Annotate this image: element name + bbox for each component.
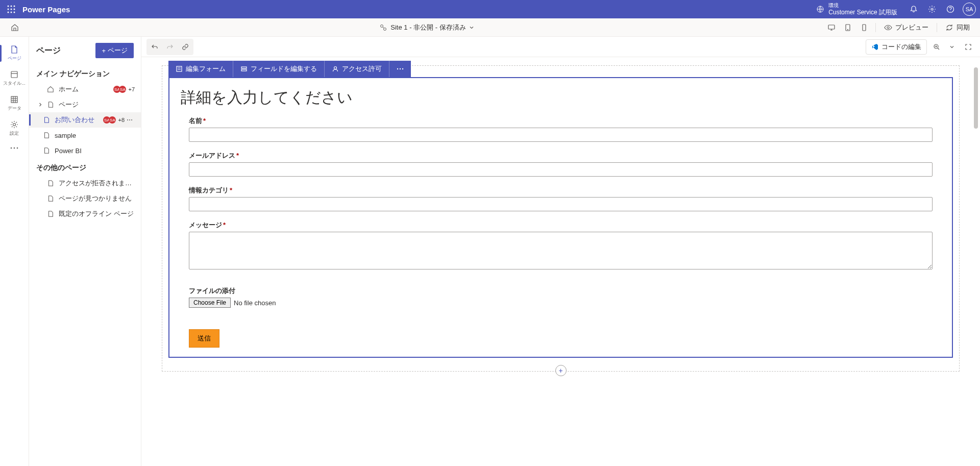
site-breadcrumb[interactable]: Site 1 - 非公開 - 保存済み (29, 23, 824, 32)
redo-icon (166, 43, 174, 51)
sync-button[interactable]: 同期 (941, 20, 974, 35)
help-icon (946, 5, 954, 13)
nav-home-label: ホーム (59, 85, 113, 94)
nav-item-more[interactable] (125, 119, 135, 121)
app-launcher-icon[interactable] (4, 2, 18, 16)
nav-pages-label: ページ (59, 100, 135, 109)
name-label: 名前* (189, 116, 933, 126)
rail-settings[interactable]: 設定 (0, 116, 29, 141)
nav-pages[interactable]: ページ (29, 97, 141, 112)
svg-rect-20 (11, 96, 17, 103)
nav-contact-label: お問い合わせ (55, 115, 103, 125)
preview-label: プレビュー (895, 23, 928, 32)
edit-form-label: 編集フォーム (186, 64, 226, 73)
zoom-dropdown[interactable] (945, 40, 959, 54)
notifications-button[interactable] (905, 1, 922, 17)
svg-point-35 (402, 68, 403, 69)
page-container: 編集フォーム フィールドを編集する アクセス許可 詳細を入力し (162, 65, 960, 372)
svg-point-23 (14, 148, 15, 149)
main-nav-label: メイン ナビゲーション (29, 64, 141, 82)
sync-icon (945, 23, 953, 32)
svg-point-16 (848, 29, 848, 30)
user-avatar[interactable]: SA (963, 3, 976, 16)
form-more-button[interactable] (389, 61, 411, 77)
category-label: 情報カテゴリ* (189, 186, 933, 195)
tablet-view-button[interactable] (841, 20, 855, 35)
nav-contact[interactable]: お問い合わせ SASA +8 (29, 112, 141, 128)
svg-point-22 (11, 148, 12, 149)
rail-more[interactable] (0, 143, 29, 153)
edit-fields-button[interactable]: フィールドを編集する (233, 61, 325, 77)
tablet-icon (844, 23, 852, 32)
home-button[interactable] (8, 20, 22, 35)
env-name: Customer Service 試用版 (828, 9, 897, 16)
svg-rect-17 (863, 24, 866, 31)
environment-picker[interactable]: 環境 Customer Service 試用版 (810, 3, 903, 16)
access-button[interactable]: アクセス許可 (325, 61, 389, 77)
svg-point-5 (14, 9, 15, 10)
svg-point-3 (8, 9, 9, 10)
rail-pages[interactable]: ページ (0, 41, 29, 66)
redo-button[interactable] (163, 40, 177, 54)
message-textarea[interactable] (189, 232, 933, 269)
rail-pages-label: ページ (8, 55, 21, 62)
globe-icon (816, 5, 824, 13)
nav-access-denied[interactable]: アクセスが拒否されました (29, 176, 141, 191)
rail-styles[interactable]: スタイル... (0, 66, 29, 91)
email-input[interactable] (189, 162, 933, 177)
site-icon (379, 23, 387, 32)
page-icon (10, 45, 19, 54)
collaborators-badge: SASA +7 (113, 86, 135, 93)
chevron-down-icon (469, 25, 474, 30)
zoom-button[interactable] (930, 40, 943, 54)
chevron-down-icon (949, 44, 954, 50)
desktop-view-button[interactable] (824, 20, 839, 35)
page-icon (47, 210, 54, 217)
settings-icon (10, 120, 19, 129)
preview-button[interactable]: プレビュー (880, 20, 933, 35)
fullscreen-button[interactable] (962, 40, 975, 54)
page-icon (47, 180, 54, 187)
mobile-view-button[interactable] (857, 20, 871, 35)
edit-fields-label: フィールドを編集する (251, 64, 317, 73)
edit-form-button[interactable]: 編集フォーム (168, 61, 233, 77)
attachment-label: ファイルの添付 (189, 286, 933, 296)
svg-point-32 (334, 67, 337, 69)
svg-point-0 (8, 6, 9, 7)
design-canvas[interactable]: 編集フォーム フィールドを編集する アクセス許可 詳細を入力し (141, 57, 980, 466)
nav-sample[interactable]: sample (29, 128, 141, 143)
code-edit-button[interactable]: コードの編集 (866, 39, 927, 55)
subheader: Site 1 - 非公開 - 保存済み プレビュー 同期 (0, 18, 980, 37)
add-page-button[interactable]: + ページ (95, 43, 134, 58)
svg-rect-29 (177, 66, 182, 71)
settings-button[interactable] (924, 1, 940, 17)
submit-button[interactable]: 送信 (189, 329, 219, 348)
help-button[interactable] (942, 1, 959, 17)
rail-styles-label: スタイル... (3, 80, 26, 87)
svg-point-4 (11, 9, 12, 10)
nav-offline[interactable]: 既定のオフライン ページ (29, 206, 141, 222)
nav-not-found[interactable]: ページが見つかりません (29, 191, 141, 206)
nav-home[interactable]: ホーム SASA +7 (29, 82, 141, 97)
eye-icon (884, 23, 892, 32)
nav-denied-label: アクセスが拒否されました (59, 179, 135, 188)
more-icon (127, 119, 133, 121)
rail-settings-label: 設定 (10, 130, 19, 137)
vscode-icon (871, 43, 878, 51)
nav-powerbi[interactable]: Power BI (29, 143, 141, 158)
choose-file-button[interactable]: Choose File (189, 298, 231, 308)
undo-button[interactable] (148, 40, 161, 54)
link-icon (182, 43, 189, 51)
name-input[interactable] (189, 128, 933, 142)
other-pages-label: その他のページ (29, 158, 141, 176)
svg-point-24 (17, 148, 18, 149)
category-input[interactable] (189, 197, 933, 211)
rail-data[interactable]: データ (0, 91, 29, 116)
chevron-right-icon (38, 103, 42, 107)
scrollbar[interactable] (974, 67, 978, 456)
link-button[interactable] (179, 40, 192, 54)
add-page-label: ページ (108, 46, 128, 55)
add-section-button[interactable]: + (555, 365, 567, 376)
form-component[interactable]: 詳細を入力してください 名前* メールアドレス* 情報カテゴリ* (168, 77, 953, 358)
person-icon (332, 65, 339, 72)
